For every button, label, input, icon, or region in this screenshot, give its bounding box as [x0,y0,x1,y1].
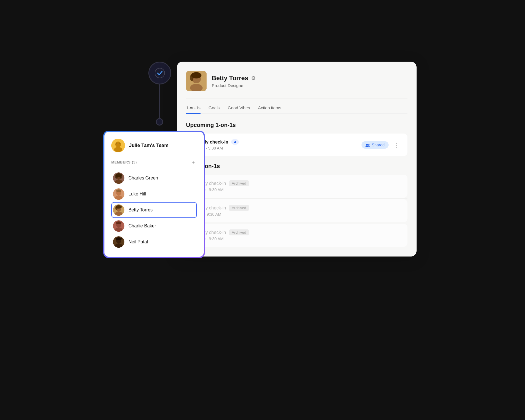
member-item-betty[interactable]: Betty Torres [111,202,197,218]
svg-point-34 [192,72,200,76]
svg-point-28 [116,237,122,240]
upcoming-checkin-card[interactable]: Weekly check-in 4 Jan 16 · 9:30 AM Share [186,134,407,156]
tabs-row: 1-on-1s Goals Good Vibes Action items [186,105,407,114]
team-header: Julie Tam's Team [111,139,197,152]
profile-name-row: Betty Torres ⚙ [212,74,256,82]
members-label: MEMBERS (5) [111,160,137,164]
checkmark-circle [148,62,171,84]
member-name-neil: Neil Patal [128,239,148,245]
upcoming-section-title: Upcoming 1-on-1s [186,122,407,128]
archived-badge-2: Archived [229,205,249,211]
more-options-button[interactable]: ⋮ [393,140,401,150]
member-name-charles: Charles Green [128,175,158,181]
members-header: MEMBERS (5) + [111,159,197,166]
tab-good-vibes[interactable]: Good Vibes [228,105,250,114]
svg-point-35 [366,144,368,146]
svg-point-24 [116,221,122,224]
past-list: Weekly check-in Archived Dec 19 · 9:30 A… [186,175,407,247]
profile-info: Betty Torres ⚙ Product Designer [212,74,256,88]
avatar-luke [113,188,124,200]
connector-line [159,84,160,119]
team-avatar [111,139,125,152]
svg-point-10 [115,174,118,179]
svg-point-20 [115,206,118,210]
gear-icon[interactable]: ⚙ [251,75,256,81]
svg-point-2 [115,142,121,147]
svg-point-38 [367,146,370,147]
avatar-neil [113,236,124,248]
svg-rect-5 [119,143,120,144]
past-checkin-card-1[interactable]: Weekly check-in Archived Dec 19 · 9:30 A… [186,175,407,198]
member-name-charlie: Charlie Baker [128,223,156,229]
past-section-title: Past 1-on-1s [186,163,407,169]
main-panel: Betty Torres ⚙ Product Designer 1-on-1s … [177,62,417,257]
svg-point-15 [116,189,121,192]
separator-2 [186,223,407,223]
add-member-button[interactable]: + [189,159,197,166]
avatar-betty [113,204,124,216]
svg-rect-4 [116,143,117,144]
tab-action-items[interactable]: Action items [258,105,281,114]
upcoming-badge-count: 4 [231,139,239,145]
member-item-neil[interactable]: Neil Patal [111,234,197,250]
avatar-charlie [113,220,124,232]
connector-dot [156,118,163,126]
scene: Julie Tam's Team MEMBERS (5) + [91,39,434,381]
profile-header: Betty Torres ⚙ Product Designer [186,71,407,98]
tab-goals[interactable]: Goals [209,105,220,114]
archived-badge-1: Archived [229,180,249,186]
svg-point-3 [114,147,122,152]
profile-avatar [186,71,207,91]
svg-point-0 [155,68,165,78]
past-section: Past 1-on-1s Weekly check-in Archived De… [186,163,407,247]
team-panel-container: Julie Tam's Team MEMBERS (5) + [103,131,205,258]
member-name-luke: Luke Hill [128,191,146,197]
svg-point-36 [368,144,369,146]
team-panel: Julie Tam's Team MEMBERS (5) + [104,132,204,257]
past-checkin-card-3[interactable]: Weekly check-in Archived Nov 29 · 9:30 A… [186,224,407,247]
separator-1 [186,198,407,199]
avatar-charles [113,172,124,184]
tab-one-on-ones[interactable]: 1-on-1s [186,105,201,114]
archived-badge-3: Archived [229,229,249,235]
team-name: Julie Tam's Team [129,143,169,148]
profile-role: Product Designer [212,83,256,88]
past-checkin-card-2[interactable]: Weekly check-in Archived Dec 5 · 9:30 AM [186,199,407,222]
svg-point-11 [120,174,122,179]
member-item-charles[interactable]: Charles Green [111,170,197,186]
members-list: Charles Green Luke Hill [111,170,197,250]
shared-badge: Shared [362,141,389,149]
member-item-charlie[interactable]: Charlie Baker [111,218,197,234]
member-name-betty: Betty Torres [128,207,153,213]
profile-name: Betty Torres [212,74,248,82]
member-item-luke[interactable]: Luke Hill [111,186,197,202]
upcoming-list: Weekly check-in 4 Jan 16 · 9:30 AM Share [186,134,407,156]
shared-badge-label: Shared [372,143,385,147]
checkin-right: Shared ⋮ [362,140,401,150]
